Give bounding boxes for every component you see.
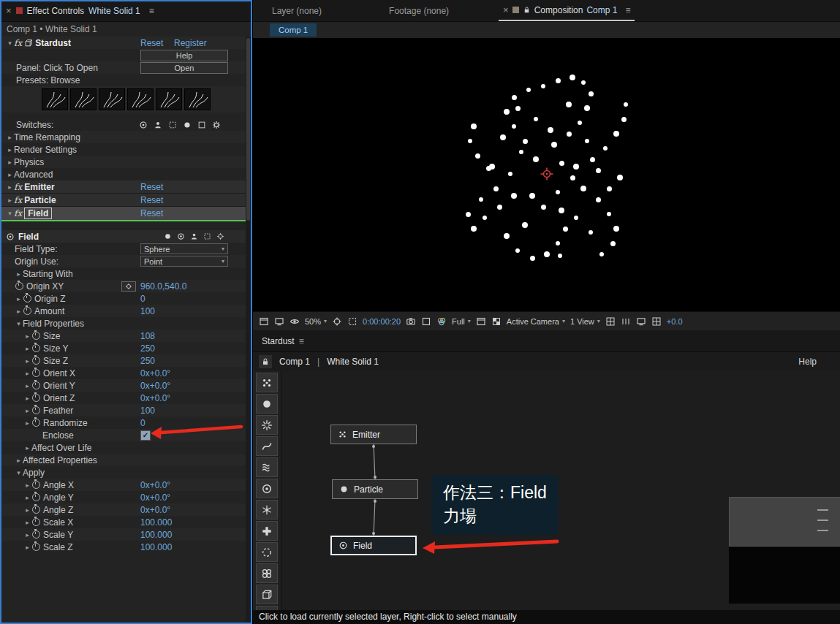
tool-cube[interactable] <box>256 585 278 604</box>
property-value[interactable]: 100.000 <box>140 530 172 540</box>
gear-icon[interactable] <box>212 121 221 129</box>
expander-icon[interactable]: ▸ <box>23 506 31 514</box>
expander-icon[interactable]: ▸ <box>6 197 14 204</box>
preset-thumbnail[interactable] <box>184 88 211 110</box>
expander-icon[interactable]: ▸ <box>23 544 31 551</box>
stopwatch-icon[interactable] <box>32 481 40 489</box>
ring-icon[interactable] <box>177 232 185 240</box>
scrollbar[interactable] <box>246 37 251 623</box>
reset-link[interactable]: Reset <box>140 208 163 218</box>
tool-waves[interactable] <box>256 457 278 477</box>
tool-dashcircle[interactable] <box>256 542 278 562</box>
stopwatch-icon[interactable] <box>32 357 40 365</box>
property-value[interactable]: 0 <box>140 294 145 304</box>
preset-thumbnail[interactable] <box>42 88 68 110</box>
property-value[interactable]: 0x+0.0° <box>140 492 170 503</box>
camera-icon[interactable] <box>406 316 416 327</box>
reset-link[interactable]: Reset <box>140 38 163 48</box>
property-row-randomize[interactable]: ▸Randomize0 <box>1 416 251 429</box>
panel-menu-icon[interactable]: ≡ <box>149 6 154 16</box>
zoom-dropdown[interactable]: 50%▾ <box>305 317 327 326</box>
window-icon[interactable] <box>259 316 269 327</box>
expander-icon[interactable]: ▸ <box>15 308 23 315</box>
close-icon[interactable]: × <box>503 4 509 15</box>
property-row-affect-over-life[interactable]: ▸Affect Over Life <box>1 441 251 454</box>
monitor-icon[interactable] <box>274 316 284 327</box>
expander-icon[interactable]: ▸ <box>15 457 23 464</box>
stopwatch-icon[interactable] <box>23 307 31 315</box>
presets-label[interactable]: Presets: Browse <box>16 75 80 85</box>
stopwatch-icon[interactable] <box>15 282 23 290</box>
property-row-orient-z[interactable]: ▸Orient Z0x+0.0° <box>1 392 251 404</box>
expander-icon[interactable]: ▾ <box>15 320 23 327</box>
stardust-help-button[interactable]: Help <box>798 357 817 367</box>
target-icon[interactable] <box>332 316 342 327</box>
origin-use-dropdown[interactable]: Point▾ <box>140 256 228 267</box>
property-row-orient-y[interactable]: ▸Orient Y0x+0.0° <box>1 379 251 392</box>
expander-icon[interactable]: ▸ <box>6 171 14 178</box>
stopwatch-icon[interactable] <box>23 294 31 303</box>
circle-icon[interactable] <box>164 232 172 240</box>
expander-icon[interactable]: ▸ <box>23 494 31 501</box>
lock-icon[interactable] <box>259 355 272 368</box>
tab-footage[interactable]: Footage (none) <box>385 1 453 21</box>
group-row-physics[interactable]: ▸ Physics <box>1 156 251 168</box>
property-row-field-properties[interactable]: ▾Field Properties <box>1 317 251 330</box>
help-button[interactable]: Help <box>140 50 228 61</box>
tool-flake[interactable] <box>256 500 278 520</box>
tool-ring[interactable] <box>256 479 278 498</box>
target-icon[interactable] <box>216 232 224 240</box>
expander-icon[interactable]: ▾ <box>15 469 23 476</box>
grid-icon[interactable] <box>651 316 662 327</box>
scrollbar-thumb[interactable] <box>246 38 250 221</box>
tab-label[interactable]: Stardust <box>262 336 295 346</box>
preset-thumbnail[interactable] <box>99 88 125 110</box>
enclose-checkbox[interactable]: ✓ <box>140 430 151 441</box>
stopwatch-icon[interactable] <box>32 506 40 514</box>
property-row-orient-x[interactable]: ▸Orient X0x+0.0° <box>1 367 251 379</box>
tool-quad[interactable] <box>256 563 278 583</box>
composition-viewport[interactable] <box>253 38 840 312</box>
property-row-scale-x[interactable]: ▸Scale X100.000 <box>1 516 251 528</box>
property-value[interactable]: 0 <box>140 418 145 428</box>
property-value[interactable]: 0x+0.0° <box>140 480 170 490</box>
box-icon[interactable] <box>197 121 206 129</box>
close-icon[interactable]: × <box>6 5 12 16</box>
expander-icon[interactable]: ▸ <box>23 357 31 365</box>
ring-icon[interactable] <box>139 121 148 129</box>
effect-row-field[interactable]: ▾ fx Field Reset <box>1 207 251 221</box>
property-row-angle-x[interactable]: ▸Angle X0x+0.0° <box>1 479 251 491</box>
expander-icon[interactable]: ▸ <box>23 531 31 539</box>
camera-dropdown[interactable]: Active Camera▾ <box>507 317 565 326</box>
tool-plus[interactable] <box>256 521 278 541</box>
property-row-field-type[interactable]: Field Type:Sphere▾ <box>1 243 251 255</box>
expander-icon[interactable]: ▸ <box>6 146 14 153</box>
node-particle[interactable]: Particle <box>332 479 418 499</box>
expander-icon[interactable]: ▸ <box>23 444 31 452</box>
property-row-scale-y[interactable]: ▸Scale Y100.000 <box>1 528 251 541</box>
exposure-value[interactable]: +0.0 <box>667 317 683 326</box>
tool-burst[interactable] <box>256 415 278 435</box>
expander-icon[interactable]: ▸ <box>23 482 31 489</box>
tab-composition[interactable]: × Composition Comp 1 ≡ <box>499 1 635 21</box>
node-emitter[interactable]: Emitter <box>330 425 417 444</box>
box-icon[interactable] <box>421 316 431 327</box>
stopwatch-icon[interactable] <box>32 332 40 340</box>
expander-icon[interactable]: ▸ <box>23 419 31 427</box>
property-value[interactable]: 960.0,540.0 <box>140 281 186 292</box>
property-value[interactable]: 100.000 <box>140 517 172 528</box>
register-link[interactable]: Register <box>174 38 207 48</box>
property-row-scale-z[interactable]: ▸Scale Z100.000 <box>1 541 251 553</box>
expander-icon[interactable]: ▸ <box>23 345 31 352</box>
stopwatch-icon[interactable] <box>32 344 40 352</box>
stopwatch-icon[interactable] <box>32 493 40 501</box>
grid-icon[interactable] <box>605 316 616 327</box>
open-button[interactable]: Open <box>140 62 228 74</box>
expander-icon[interactable]: ▸ <box>6 134 14 141</box>
property-value[interactable]: 0x+0.0° <box>140 368 170 378</box>
property-row-field[interactable]: Field <box>1 230 251 243</box>
columns-icon[interactable] <box>621 316 631 327</box>
preset-thumbnail[interactable] <box>70 88 97 110</box>
marquee-icon[interactable] <box>347 316 357 327</box>
property-value[interactable]: 0x+0.0° <box>140 505 170 515</box>
